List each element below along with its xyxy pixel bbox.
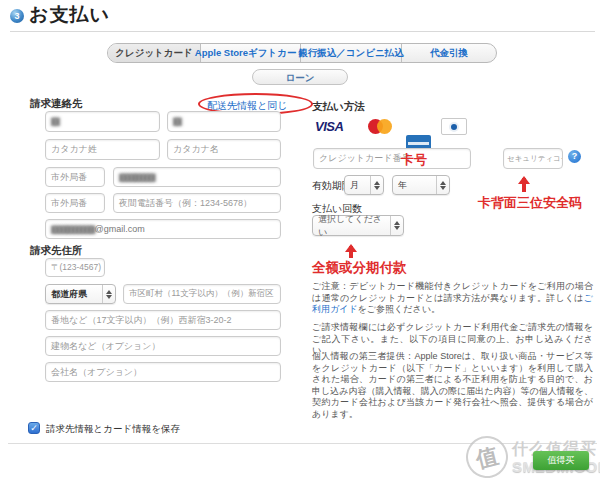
visa-logo-icon: VISA	[315, 118, 343, 135]
card-number-input[interactable]: クレジットカード番号	[313, 148, 471, 169]
loan-button[interactable]: ローン	[252, 69, 348, 85]
postal-code-input[interactable]: 〒(123-4567)	[45, 258, 105, 277]
save-info-checkbox[interactable]: ✓	[28, 422, 40, 434]
note-text: をご参照ください。	[358, 304, 440, 314]
expiry-month-select[interactable]: 月	[344, 175, 384, 195]
payment-method-tabbar: クレジットカード Apple Storeギフトカード 銀行振込／コンビニ払込 代…	[107, 43, 497, 63]
placeholder: 市外局番	[51, 171, 87, 184]
footer-divider	[8, 443, 597, 444]
placeholder: セキュリティコード	[507, 154, 563, 164]
save-info-label: 請求先情報とカード情報を保存	[46, 423, 180, 436]
installments-select[interactable]: 選択してください	[312, 215, 404, 236]
katakana-first-name-input[interactable]: カタカナ名	[167, 139, 281, 160]
jcb-logo-icon: JCB	[478, 152, 504, 169]
diners-club-logo-icon	[441, 118, 467, 135]
tab-credit-card[interactable]: クレジットカード	[108, 44, 201, 62]
billing-address-heading: 請求先住所	[30, 244, 83, 258]
masked-value: ███████████	[51, 226, 95, 233]
email-domain: @gmail.com	[95, 224, 145, 234]
billing-contact-heading: 請求連絡先	[30, 97, 83, 111]
annotation-arrow-security	[522, 178, 526, 192]
note-debit-card: ご注意：デビットカード機能付きクレジットカードをご利用の場合は通常のクレジットカ…	[312, 281, 593, 316]
masked-value: ██	[51, 118, 59, 125]
select-stepper-icon	[102, 285, 115, 303]
night-area-code-input[interactable]: 市外局番	[45, 193, 105, 213]
prefecture-select[interactable]: 都道府県	[45, 284, 116, 304]
city-input[interactable]: 市区町村（11文字以内）（例）新宿区	[123, 284, 281, 304]
help-icon[interactable]: ?	[568, 150, 581, 163]
placeholder: 市区町村（11文字以内）（例）新宿区	[129, 288, 274, 300]
annotation-installments: 全额或分期付款	[312, 259, 407, 277]
night-phone-input[interactable]: 夜間電話番号（例：1234-5678）	[113, 193, 281, 213]
placeholder: 市外局番	[51, 197, 87, 210]
selected-value: 月	[350, 179, 359, 192]
jcb-text: JCB	[478, 156, 504, 165]
apple-store-payment-page: 3 お支払い クレジットカード Apple Storeギフトカード 銀行振込／コ…	[0, 0, 600, 480]
last-name-input[interactable]: ██	[45, 111, 160, 132]
expiry-year-select[interactable]: 年	[392, 175, 450, 195]
select-stepper-icon	[436, 176, 449, 194]
placeholder: 会社名（オプション）	[51, 366, 142, 379]
tab-bank-transfer[interactable]: 銀行振込／コンビニ払込	[301, 44, 402, 62]
watermark-badge: 值得买	[533, 451, 589, 470]
company-input[interactable]: 会社名（オプション）	[45, 362, 281, 382]
placeholder: 夜間電話番号（例：1234-5678）	[119, 197, 252, 210]
placeholder: 建物名など（オプション）	[51, 340, 160, 353]
building-input[interactable]: 建物名など（オプション）	[45, 336, 281, 356]
annotation-security-code: 卡背面三位安全码	[478, 194, 582, 212]
smzdm-logo-icon: 值	[462, 432, 513, 480]
placeholder: クレジットカード番号	[319, 152, 410, 165]
first-name-input[interactable]: ██	[167, 111, 281, 132]
placeholder: カタカナ名	[173, 143, 219, 156]
street-input[interactable]: 番地など（17文字以内）（例）西新宿3-20-2	[45, 310, 281, 330]
header-divider	[10, 31, 595, 32]
select-stepper-icon	[390, 216, 403, 235]
note-text: ご注意：デビットカード機能付きクレジットカードをご利用の場合は通常のクレジットカ…	[312, 281, 593, 303]
email-input[interactable]: ███████████@gmail.com	[45, 219, 281, 239]
placeholder: 番地など（17文字以内）（例）西新宿3-20-2	[51, 314, 231, 327]
selected-value: 年	[398, 179, 407, 192]
masked-value: █████████	[119, 174, 155, 181]
katakana-last-name-input[interactable]: カタカナ姓	[45, 139, 160, 160]
masked-value: ██	[173, 118, 181, 125]
selected-value: 都道府県	[51, 288, 87, 301]
placeholder: 〒(123-4567)	[51, 262, 101, 274]
placeholder: カタカナ姓	[51, 143, 97, 156]
step-number-icon: 3	[10, 9, 24, 23]
payment-method-heading: 支払い方法	[312, 100, 365, 114]
tab-gift-card[interactable]: Apple Storeギフトカード	[201, 44, 301, 62]
annotation-arrow-installments	[349, 246, 353, 258]
select-stepper-icon	[370, 176, 383, 194]
security-code-input[interactable]: セキュリティコード	[503, 148, 563, 169]
page-title: お支払い	[29, 2, 110, 28]
phone-number-input[interactable]: █████████	[113, 167, 281, 187]
mastercard-logo-icon	[368, 118, 395, 135]
tab-cash-on-delivery[interactable]: 代金引換	[402, 44, 496, 62]
note-third-party: 個人情報の第三者提供：Apple Storeは、取り扱い商品・サービス等をクレジ…	[312, 351, 593, 420]
area-code-input[interactable]: 市外局番	[45, 167, 105, 187]
visa-text: VISA	[315, 119, 343, 134]
annotation-card-number: 卡号	[401, 151, 427, 169]
selected-value: 選択してください	[318, 213, 390, 239]
